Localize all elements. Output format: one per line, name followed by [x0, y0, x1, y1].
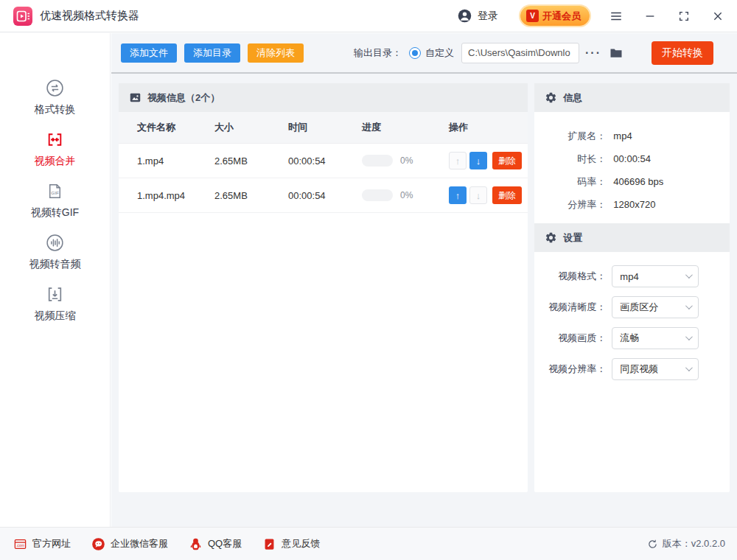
- video-format-select[interactable]: mp4: [612, 265, 699, 287]
- file-size: 2.65MB: [214, 155, 288, 167]
- file-duration: 00:00:54: [288, 190, 362, 201]
- feedback-link[interactable]: 意见反馈: [262, 537, 320, 551]
- table-column-header: 文件名称 大小 时间 进度 操作: [119, 112, 528, 144]
- duration-value: 00:00:54: [613, 147, 651, 170]
- file-name: 1.mp4: [137, 155, 214, 167]
- refresh-icon: [647, 539, 658, 550]
- progress-percent: 0%: [400, 155, 413, 166]
- add-directory-button[interactable]: 添加目录: [184, 43, 240, 63]
- table-row[interactable]: 1.mp4 2.65MB 00:00:54 0% ↑ ↓ 删除: [119, 144, 528, 178]
- settings-panel-header: 设置: [534, 223, 730, 252]
- vip-icon: V: [526, 10, 539, 22]
- chevron-down-icon: [685, 271, 693, 279]
- delete-button[interactable]: 删除: [492, 152, 522, 169]
- settings-panel-body: 视频格式： mp4 视频清晰度： 画质区分 视频画质： 流畅 视频分辨率： 同原…: [534, 252, 730, 380]
- move-down-button[interactable]: ↓: [469, 152, 487, 169]
- open-folder-icon[interactable]: [609, 46, 624, 60]
- version-label: 版本：v2.0.2.0: [663, 537, 725, 550]
- main-area: 添加文件 添加目录 清除列表 输出目录： 自定义 ··· 开始转换 视频信息（2…: [111, 33, 737, 527]
- info-panel-body: 扩展名：mp4 时长：00:00:54 码率：406696 bps 分辨率：12…: [534, 112, 730, 223]
- chevron-down-icon: [685, 302, 693, 309]
- svg-text:.com: .com: [16, 543, 24, 547]
- clear-list-button[interactable]: 清除列表: [248, 43, 304, 63]
- start-convert-button[interactable]: 开始转换: [652, 41, 713, 65]
- sidebar-item-video-to-audio[interactable]: 视频转音频: [29, 234, 81, 271]
- qq-service-link[interactable]: QQ客服: [189, 537, 242, 551]
- wechat-service-link[interactable]: 企业微信客服: [91, 537, 168, 551]
- format-convert-icon: [46, 79, 64, 97]
- toolbar: 添加文件 添加目录 清除列表 输出目录： 自定义 ··· 开始转换: [111, 33, 737, 74]
- gear-icon: [545, 91, 557, 104]
- custom-radio-label: 自定义: [425, 46, 454, 60]
- video-clarity-select[interactable]: 画质区分: [612, 296, 699, 318]
- down-arrow-icon: ↓: [476, 190, 481, 201]
- titlebar: 优速视频格式转换器 登录 V 开通会员: [0, 0, 737, 32]
- custom-radio[interactable]: [409, 47, 421, 59]
- version-info: 版本：v2.0.2.0: [647, 537, 725, 550]
- chevron-down-icon: [685, 364, 693, 371]
- sidebar-item-format-convert[interactable]: 格式转换: [35, 79, 76, 116]
- file-name: 1.mp4.mp4: [137, 190, 214, 201]
- resolution-value: 1280x720: [613, 193, 655, 216]
- video-info-icon: [129, 91, 142, 104]
- add-file-button[interactable]: 添加文件: [121, 43, 177, 63]
- delete-button[interactable]: 删除: [492, 186, 522, 204]
- sidebar-item-video-compress[interactable]: 视频压缩: [35, 285, 76, 323]
- file-size: 2.65MB: [214, 190, 288, 201]
- video-to-audio-icon: [46, 234, 64, 252]
- table-row[interactable]: 1.mp4.mp4 2.65MB 00:00:54 0% ↑ ↓ 删除: [119, 178, 528, 213]
- chevron-down-icon: [685, 333, 693, 340]
- video-resolution-select[interactable]: 同原视频: [612, 358, 699, 380]
- video-compress-icon: [46, 285, 64, 304]
- close-icon[interactable]: [710, 9, 725, 24]
- sidebar-item-video-merge[interactable]: 视频合并: [35, 130, 76, 168]
- extension-value: mp4: [613, 125, 632, 147]
- output-dir-label: 输出目录：: [354, 46, 402, 60]
- up-arrow-icon: ↑: [455, 190, 461, 201]
- official-website-link[interactable]: .com 官方网址: [13, 537, 71, 551]
- progress-percent: 0%: [400, 190, 413, 200]
- video-merge-icon: [46, 130, 64, 149]
- video-to-gif-icon: GIF: [46, 182, 64, 200]
- login-button[interactable]: 登录: [478, 10, 498, 23]
- video-list-panel: 视频信息（2个） 文件名称 大小 时间 进度 操作 1.mp4 2.65MB 0…: [119, 83, 528, 492]
- file-duration: 00:00:54: [288, 155, 362, 167]
- move-down-button: ↓: [469, 186, 487, 204]
- up-arrow-icon: ↑: [455, 155, 461, 167]
- sidebar: 格式转换 视频合并 GIF 视频转GIF 视频转音频 视频压缩: [0, 33, 111, 527]
- minimize-icon[interactable]: [643, 9, 657, 24]
- side-panel: 信息 扩展名：mp4 时长：00:00:54 码率：406696 bps 分辨率…: [534, 83, 730, 492]
- sidebar-item-video-to-gif[interactable]: GIF 视频转GIF: [31, 182, 79, 220]
- app-title: 优速视频格式转换器: [40, 9, 139, 23]
- bitrate-value: 406696 bps: [613, 170, 663, 193]
- qq-service-icon: [189, 537, 203, 551]
- progress-bar: [362, 189, 393, 201]
- browse-more-button[interactable]: ···: [585, 46, 601, 60]
- vip-upgrade-button[interactable]: V 开通会员: [520, 6, 590, 26]
- website-icon: .com: [13, 537, 27, 551]
- progress-bar: [362, 155, 393, 167]
- svg-text:GIF: GIF: [51, 190, 59, 195]
- maximize-icon[interactable]: [677, 9, 691, 24]
- menu-icon[interactable]: [609, 9, 624, 24]
- down-arrow-icon: ↓: [476, 155, 481, 167]
- info-panel-header: 信息: [534, 83, 730, 112]
- move-up-button: ↑: [449, 152, 467, 169]
- wechat-service-icon: [91, 537, 105, 551]
- user-avatar-icon[interactable]: [457, 8, 472, 24]
- footer: .com 官方网址 企业微信客服 QQ客服 意见反馈: [0, 527, 737, 560]
- video-info-header: 视频信息（2个）: [119, 83, 528, 112]
- gear-icon: [545, 231, 557, 244]
- feedback-icon: [262, 537, 276, 551]
- video-quality-select[interactable]: 流畅: [612, 327, 699, 349]
- app-logo-icon: [13, 7, 32, 26]
- move-up-button[interactable]: ↑: [449, 186, 467, 204]
- output-path-input[interactable]: [461, 43, 579, 63]
